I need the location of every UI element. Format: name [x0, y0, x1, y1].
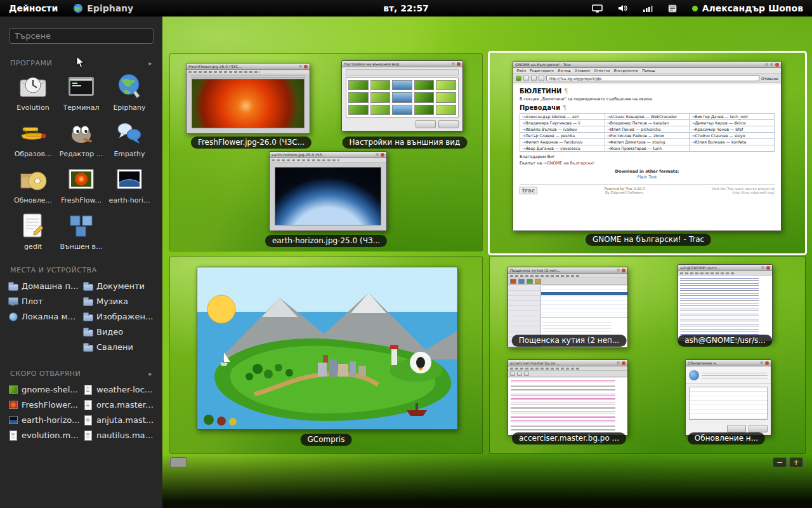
- programs-expander-icon[interactable]: ▸: [148, 60, 152, 67]
- downloads-folder-icon: [82, 342, 93, 352]
- go-button[interactable]: Отиване: [761, 76, 778, 81]
- translator-cell: →Филип Андонов — fandonov: [520, 139, 605, 145]
- close-icon: [457, 62, 461, 66]
- translator-cell: →Явор Доганов — yavorescu: [520, 145, 605, 152]
- recent-item[interactable]: weather-loc...: [82, 382, 155, 397]
- window-gimp-freshflower[interactable]: FreshFlower.jpg-26.0 (ЧЗС...: [186, 63, 310, 134]
- app-item-terminal[interactable]: Терминал: [57, 71, 105, 112]
- recent-expander-icon[interactable]: ▸: [148, 370, 152, 377]
- translator-cell: →Юлия Волкова — konfeta: [690, 139, 775, 145]
- app-item-gimp[interactable]: Редактор ...: [57, 117, 105, 158]
- window-gedit-po-file[interactable]: accerciser.master.bg.po ...: [508, 359, 628, 436]
- window-software-update[interactable]: Обновление н...: [685, 359, 771, 436]
- network-signal-icon[interactable]: [643, 4, 653, 12]
- place-documents[interactable]: Документи: [82, 278, 155, 293]
- workspace-2-active[interactable]: GNOME на български! - Trac Файл Редактир…: [490, 53, 805, 253]
- recent-item[interactable]: nautilus.mas...: [82, 427, 155, 443]
- home-button[interactable]: [539, 76, 544, 81]
- app-menu-button[interactable]: Epiphany: [67, 3, 140, 13]
- window-gcompris[interactable]: [197, 267, 458, 430]
- menu-item[interactable]: Файл: [516, 69, 526, 72]
- search-input[interactable]: [9, 28, 154, 44]
- app-item-freshflower[interactable]: FreshFlow...: [57, 164, 105, 204]
- place-videos[interactable]: Видео: [82, 324, 155, 339]
- workspace-1[interactable]: FreshFlower.jpg-26.0 (ЧЗС... Настройки н…: [170, 54, 482, 251]
- places-section-title: МЕСТА И УСТРОЙСТВА: [10, 266, 97, 274]
- app-item-appearance[interactable]: Външен в...: [57, 210, 105, 251]
- wallpaper-thumb: [414, 80, 435, 90]
- workspace-3[interactable]: GCompris: [170, 257, 482, 453]
- recent-item[interactable]: orca.master....: [82, 397, 155, 412]
- place-network[interactable]: Локална мр...: [8, 309, 80, 324]
- close-icon: [622, 361, 625, 365]
- pilcrow-mark: ¶: [564, 88, 568, 95]
- address-bar[interactable]: http://fsa-bg.org/project/gtp: [546, 75, 759, 81]
- dialog-button: [749, 425, 768, 432]
- translator-cell: →Ясен Праматаров — turin: [605, 145, 690, 152]
- translator-cell: →Петър Славов — peshka: [520, 133, 605, 139]
- window-title-text: ash@GNOME:/usr/s...: [680, 265, 759, 270]
- wallpaper-thumb: [392, 105, 412, 115]
- editor-toolbar: [508, 371, 627, 377]
- app-label: Epiphany: [113, 104, 145, 112]
- app-label: gedit: [24, 243, 42, 251]
- app-item-empathy[interactable]: Empathy: [105, 117, 154, 158]
- window-appearance-settings[interactable]: Настройки на външния вид: [341, 60, 463, 131]
- workspace-pager[interactable]: [170, 457, 187, 467]
- window-title-pill: earth-horizon.jpg-25.0 (ЧЗ...: [265, 235, 387, 247]
- window-title-pill: accerciser.master.bg.po ...: [512, 432, 626, 444]
- app-item-evolution[interactable]: Evolution: [9, 71, 57, 112]
- place-downloads[interactable]: Свалени: [82, 339, 155, 354]
- pilcrow-mark: ¶: [563, 104, 566, 111]
- recent-item[interactable]: earth-horizo...: [8, 412, 80, 427]
- user-menu-button[interactable]: Александър Шопов: [692, 3, 803, 13]
- translator-cell: →Виктор Дачев — tech_noir: [690, 114, 775, 120]
- remove-workspace-button[interactable]: −: [773, 457, 787, 467]
- recent-item[interactable]: gnome-shel...: [8, 382, 80, 397]
- input-method-icon[interactable]: [668, 4, 677, 13]
- activities-button[interactable]: Дейности: [0, 0, 67, 17]
- place-pictures[interactable]: Изображен...: [82, 309, 155, 324]
- place-music[interactable]: Музика: [82, 293, 155, 309]
- menu-item[interactable]: Помощ: [642, 69, 655, 72]
- clock[interactable]: вт, 22:57: [383, 3, 429, 13]
- recent-item[interactable]: evolution.m...: [8, 427, 80, 443]
- window-title-pill: GCompris: [301, 434, 352, 446]
- app-item-gcompris[interactable]: Образов...: [9, 117, 57, 158]
- menu-item[interactable]: Редактиране: [530, 69, 554, 72]
- documents-folder-icon: [82, 281, 93, 291]
- forward-button[interactable]: [523, 76, 529, 81]
- wallpaper-thumb: [370, 105, 391, 115]
- maximize-icon: [770, 63, 773, 66]
- reload-button[interactable]: [531, 76, 537, 81]
- browser-toolbar: http://fsa-bg.org/project/gtp Отиване: [513, 74, 781, 83]
- place-desktop[interactable]: Плот: [8, 293, 80, 309]
- menu-item[interactable]: Отметки: [594, 69, 610, 72]
- volume-icon[interactable]: [618, 4, 627, 12]
- app-item-earth-horizon[interactable]: earth-hori...: [105, 164, 154, 204]
- add-workspace-button[interactable]: +: [789, 457, 803, 467]
- app-item-updates[interactable]: Обновле...: [9, 164, 57, 204]
- gimp-ruler: [192, 76, 304, 78]
- workspace-4[interactable]: Пощенска кутия (2 неп... ash@GNOME:/usr/…: [490, 257, 805, 453]
- top-bar: Дейности Epiphany вт, 22:57 Александър Ш…: [0, 0, 812, 17]
- programs-section-title: ПРОГРАМИ: [10, 59, 52, 67]
- window-title-pill: FreshFlower.jpg-26.0 (ЧЗС...: [191, 137, 311, 149]
- window-gimp-earth[interactable]: earth-horizon.jpg-25.0 (ЧЗ...: [269, 151, 387, 231]
- menu-item[interactable]: Отиване: [575, 69, 591, 72]
- menu-item[interactable]: Инструменти: [614, 69, 639, 72]
- wallpaper-thumb: [436, 92, 456, 102]
- app-item-epiphany[interactable]: Epiphany: [105, 71, 154, 112]
- place-home[interactable]: Домашна п...: [8, 278, 80, 293]
- app-label: FreshFlow...: [61, 196, 102, 204]
- window-epiphany-trac[interactable]: GNOME на български! - Trac Файл Редактир…: [513, 61, 782, 231]
- menu-item[interactable]: Изглед: [558, 69, 571, 72]
- display-icon[interactable]: [592, 4, 603, 13]
- workspace-overview: FreshFlower.jpg-26.0 (ЧЗС... Настройки н…: [162, 17, 812, 508]
- recent-item[interactable]: anjuta.mast...: [82, 412, 155, 427]
- back-button[interactable]: [516, 76, 521, 81]
- app-label: Редактор ...: [60, 150, 103, 158]
- recent-item[interactable]: FreshFlower...: [8, 397, 80, 412]
- window-terminal[interactable]: ash@GNOME:/usr/s...: [678, 264, 773, 342]
- app-item-gedit[interactable]: gedit: [9, 210, 57, 251]
